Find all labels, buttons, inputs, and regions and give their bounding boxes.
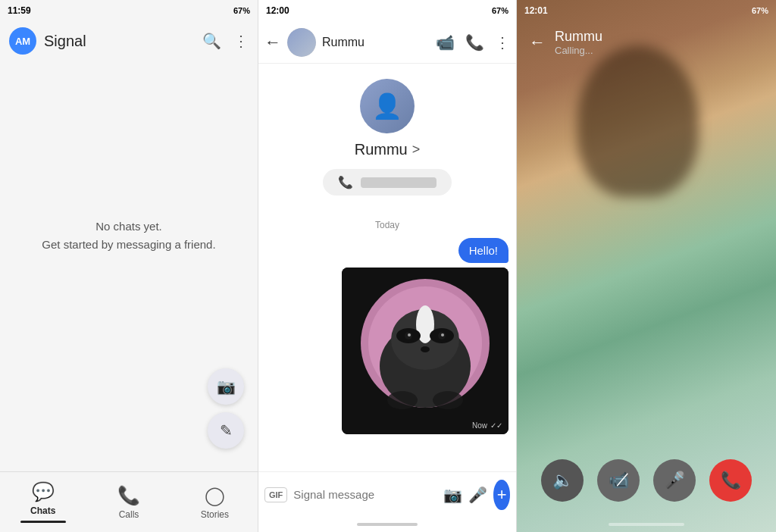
time-p2: 12:00 [266,5,289,16]
avatar-initials: AM [15,36,30,47]
send-button[interactable]: + [493,480,510,510]
empty-line1: No chats yet. [95,217,162,236]
calls-icon: 📞 [117,485,140,506]
message-image: Now ✓✓ [266,268,508,434]
call-top-bar: ← Rummu Calling... [517,21,776,64]
chat-contact-avatar[interactable] [287,28,316,57]
chats-underline [20,521,66,523]
battery-p2: 67% [492,6,508,15]
caller-silhouette [577,45,699,197]
app-title: Signal [44,33,195,50]
chats-icon: 💬 [32,481,55,502]
chat-contact-name: Rummu [322,36,430,49]
status-time-p1: 11:59 [8,5,31,16]
call-name-area: Rummu Calling... [555,29,764,56]
message-hello: Hello! [266,238,508,263]
nav-stories[interactable]: ◯ Stories [172,485,258,520]
date-divider: Today [266,220,508,230]
status-bar-p2: 12:00 67% [258,0,516,21]
end-call-icon: 📞 [721,471,741,490]
chat-name-area: Rummu [322,36,430,49]
profile-avatar-icon: 👤 [372,92,402,120]
message-input[interactable] [293,488,437,501]
svg-point-12 [421,346,430,352]
chat-input-bar: GIF 📷 🎤 + [258,471,516,517]
profile-chevron-icon: > [412,142,421,158]
user-avatar[interactable]: AM [9,27,36,55]
status-icons-p1: 67% [233,6,250,15]
end-call-button[interactable]: 📞 [709,459,752,502]
profile-avatar-large[interactable]: 👤 [360,79,415,133]
search-button[interactable]: 🔍 [202,32,221,50]
profile-name-row[interactable]: Rummu > [355,141,421,158]
call-status: Calling... [555,45,764,56]
home-bar [357,523,418,526]
nav-calls[interactable]: 📞 Calls [86,485,171,520]
profile-contact-name: Rummu [355,141,408,158]
mic-icon: 🎤 [665,471,685,490]
status-bar-p3: 12:01 67% [517,0,776,21]
hello-bubble: Hello! [458,238,508,263]
badger-svg [342,268,508,434]
mic-button[interactable]: 🎤 [653,459,696,502]
camera-button[interactable]: 📷 [443,486,462,504]
calls-label: Calls [119,509,139,520]
svg-point-11 [441,333,444,336]
call-contact-name: Rummu [555,29,764,45]
stories-icon: ◯ [205,485,225,506]
call-controls: 🔈 📹̸ 🎤 📞 [517,459,776,502]
home-indicator-p2 [258,517,516,532]
speaker-button[interactable]: 🔈 [541,459,584,502]
video-off-icon: 📹̸ [609,471,629,490]
chat-top-bar: ← Rummu 📹 📞 ⋮ [258,21,516,64]
video-toggle-button[interactable]: 📹̸ [597,459,640,502]
speaker-icon: 🔈 [552,471,573,490]
phone-icon: 📞 [338,175,353,189]
top-bar-icons: 🔍 ⋮ [202,32,249,50]
camera-fab[interactable]: 📷 [208,368,244,405]
phone-number-blurred [361,177,436,188]
microphone-button[interactable]: 🎤 [468,486,487,504]
chat-messages: 👤 Rummu > 📞 Today Hello! [258,64,516,471]
chat-panel: 12:00 67% ← Rummu 📹 📞 ⋮ 👤 Rummu > [258,0,517,532]
fab-area: 📷 ✎ [208,368,244,449]
chat-more-button[interactable]: ⋮ [495,33,510,52]
video-call-button[interactable]: 📹 [436,33,455,52]
time-p3: 12:01 [524,5,548,16]
app-top-bar: AM Signal 🔍 ⋮ [0,21,258,61]
svg-point-13 [387,391,418,409]
voice-call-button[interactable]: 📞 [465,33,484,52]
bottom-nav: 💬 Chats 📞 Calls ◯ Stories [0,471,258,532]
more-options-button[interactable]: ⋮ [233,32,249,50]
battery-p1: 67% [233,6,250,15]
gif-button[interactable]: GIF [264,487,287,502]
nav-chats[interactable]: 💬 Chats [0,481,86,523]
back-button[interactable]: ← [264,33,281,52]
chat-top-icons: 📹 📞 ⋮ [436,33,510,52]
svg-point-14 [433,391,463,409]
avatar-image [287,28,316,57]
call-panel: 12:01 67% ← Rummu Calling... 🔈 📹̸ 🎤 📞 [517,0,776,532]
chat-profile-area: 👤 Rummu > 📞 [266,64,508,215]
empty-line2: Get started by messaging a friend. [42,236,215,254]
time-p1: 11:59 [8,5,31,16]
call-back-button[interactable]: ← [529,33,546,52]
signal-chats-panel: 11:59 67% AM Signal 🔍 ⋮ No chats yet. Ge… [0,0,258,532]
compose-fab[interactable]: ✎ [208,412,244,449]
status-bar-p1: 11:59 67% [0,0,258,21]
battery-p3: 67% [752,6,768,15]
svg-point-10 [408,333,411,336]
stories-label: Stories [201,509,229,520]
check-marks: ✓✓ [490,421,502,430]
phone-pill: 📞 [323,169,452,196]
chats-label: Chats [30,505,55,516]
msg-time: Now [472,421,487,430]
badger-image[interactable]: Now ✓✓ [342,268,508,434]
call-home-bar [609,523,684,526]
